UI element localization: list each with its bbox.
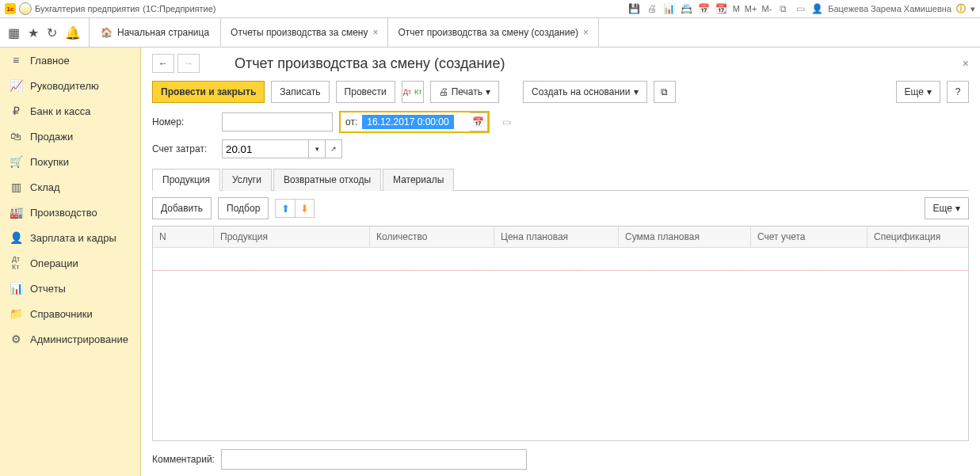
logo-1c: 1c (5, 3, 16, 14)
date-input[interactable]: 16.12.2017 0:00:00 (362, 115, 453, 129)
info-dropdown-icon[interactable]: ▾ (970, 4, 975, 14)
info-icon[interactable]: ⓘ (956, 2, 966, 16)
close-icon[interactable]: × (372, 27, 378, 38)
back-button[interactable]: ← (152, 54, 174, 73)
number-input[interactable] (222, 112, 333, 131)
tab-create-label: Отчет производства за смену (создание) (398, 27, 578, 38)
sidebar-item-purchases[interactable]: 🛒Покупки (0, 149, 140, 174)
account-open-button[interactable]: ↗ (326, 139, 342, 158)
help-button[interactable]: ? (947, 81, 969, 103)
mem-m[interactable]: М (733, 4, 740, 13)
mem-mplus[interactable]: М+ (745, 4, 757, 13)
app-name: Бухгалтерия предприятия (35, 4, 139, 13)
nav-area: ▦ ★ ↻ 🔔 🏠 Начальная страница Отчеты прои… (0, 18, 980, 48)
bell-icon[interactable]: 🔔 (65, 25, 81, 40)
tab-reports-label: Отчеты производства за смену (231, 27, 368, 38)
post-and-close-button[interactable]: Провести и закрыть (152, 81, 265, 103)
sidebar-item-hr[interactable]: 👤Зарплата и кадры (0, 225, 140, 250)
user-name: Бацежева Зарема Хамишевна (828, 4, 951, 13)
mem-mminus[interactable]: М- (761, 4, 772, 13)
sidebar-item-production[interactable]: 🏭Производство (0, 200, 140, 225)
tab-returns[interactable]: Возвратные отходы (273, 169, 381, 191)
grid-body[interactable] (153, 248, 968, 440)
sidebar-item-reports[interactable]: 📊Отчеты (0, 276, 140, 301)
sidebar-item-label: Склад (30, 181, 60, 193)
sidebar-item-label: Производство (30, 207, 97, 219)
grid-more-label: Еще (933, 203, 952, 214)
more-button[interactable]: Еще▾ (896, 81, 940, 103)
sidebar-item-label: Администрирование (30, 333, 128, 345)
tab-materials[interactable]: Материалы (383, 169, 454, 191)
calendar-button[interactable]: 📅 (470, 112, 488, 131)
compare-icon[interactable]: 📊 (663, 2, 676, 15)
sidebar-item-catalogs[interactable]: 📁Справочники (0, 301, 140, 326)
sidebar-item-bank[interactable]: ₽Банк и касса (0, 98, 140, 124)
sidebar: ≡Главное 📈Руководителю ₽Банк и касса 🛍Пр… (0, 48, 141, 476)
comment-input[interactable] (221, 449, 527, 470)
account-input[interactable] (222, 139, 309, 158)
close-icon[interactable]: × (583, 27, 589, 38)
create-based-button[interactable]: Создать на основании▾ (523, 81, 647, 103)
star-icon[interactable]: ★ (28, 25, 39, 40)
user-icon: 👤 (811, 3, 823, 14)
col-price[interactable]: Цена плановая (494, 227, 619, 247)
structure-button[interactable]: ⧉ (654, 81, 676, 103)
sidebar-item-main[interactable]: ≡Главное (0, 48, 140, 73)
col-sum[interactable]: Сумма плановая (619, 227, 751, 247)
print-icon[interactable]: 🖨 (646, 2, 658, 15)
tab-home[interactable]: 🏠 Начальная страница (90, 18, 221, 47)
tab-report-create[interactable]: Отчет производства за смену (создание) × (388, 18, 599, 47)
save-button[interactable]: Записать (271, 81, 329, 103)
chevron-down-icon: ▾ (634, 86, 639, 97)
tab-reports-list[interactable]: Отчеты производства за смену × (221, 18, 388, 47)
products-grid[interactable]: N Продукция Количество Цена плановая Сум… (152, 226, 969, 441)
dtkt-button[interactable]: ДтКт (402, 81, 424, 103)
grid-more-button[interactable]: Еще▾ (925, 197, 969, 219)
post-button[interactable]: Провести (336, 81, 395, 103)
org-icon[interactable]: ▭ (502, 116, 511, 128)
sidebar-item-label: Руководителю (30, 80, 99, 92)
col-n[interactable]: N (153, 227, 214, 247)
panel-icon[interactable]: ▭ (794, 2, 806, 15)
date-icon[interactable]: 📆 (715, 2, 728, 15)
chevron-down-icon: ▾ (955, 203, 960, 214)
folder-icon: 📁 (10, 307, 22, 320)
col-qty[interactable]: Количество (370, 227, 494, 247)
tab-products[interactable]: Продукция (152, 169, 220, 191)
date-field-wrap: от: 16.12.2017 0:00:00 📅 (339, 111, 490, 133)
bag-icon: 🛍 (10, 130, 22, 143)
pick-button[interactable]: Подбор (218, 197, 269, 219)
col-product[interactable]: Продукция (214, 227, 370, 247)
window-icon[interactable]: ⧉ (776, 2, 789, 15)
apps-icon[interactable]: ▦ (8, 25, 20, 40)
forward-button[interactable]: → (177, 54, 200, 73)
calendar-icon[interactable]: 📅 (698, 2, 711, 15)
close-page-button[interactable]: × (963, 57, 969, 70)
sidebar-item-label: Главное (30, 55, 70, 67)
sidebar-item-warehouse[interactable]: ▥Склад (0, 174, 140, 200)
save-icon[interactable]: 💾 (628, 2, 641, 15)
move-up-button[interactable]: ⬆ (276, 200, 295, 217)
sidebar-item-admin[interactable]: ⚙Администрирование (0, 326, 140, 352)
history-icon[interactable]: ↻ (47, 25, 57, 40)
tab-services[interactable]: Услуги (222, 169, 272, 191)
calc-icon[interactable]: 📇 (681, 2, 693, 15)
dropdown-circle-icon[interactable] (19, 2, 32, 15)
col-account[interactable]: Счет учета (751, 227, 868, 247)
app-suffix: (1С:Предприятие) (143, 4, 215, 13)
account-dropdown-button[interactable]: ▾ (309, 139, 326, 158)
add-row-button[interactable]: Добавить (152, 197, 212, 219)
sidebar-item-operations[interactable]: ДтКтОперации (0, 250, 140, 276)
print-button[interactable]: 🖨Печать▾ (430, 81, 499, 103)
move-down-button[interactable]: ⬇ (295, 200, 314, 217)
cart-icon: 🛒 (10, 155, 22, 168)
ruble-icon: ₽ (10, 105, 22, 117)
sidebar-item-label: Банк и касса (30, 105, 91, 117)
sidebar-item-label: Операции (30, 257, 78, 269)
sidebar-item-sales[interactable]: 🛍Продажи (0, 124, 140, 149)
sidebar-item-manager[interactable]: 📈Руководителю (0, 73, 140, 98)
sidebar-item-label: Зарплата и кадры (30, 232, 116, 244)
more-label: Еще (905, 86, 924, 97)
col-spec[interactable]: Спецификация (868, 227, 968, 247)
chevron-down-icon: ▾ (486, 86, 490, 97)
